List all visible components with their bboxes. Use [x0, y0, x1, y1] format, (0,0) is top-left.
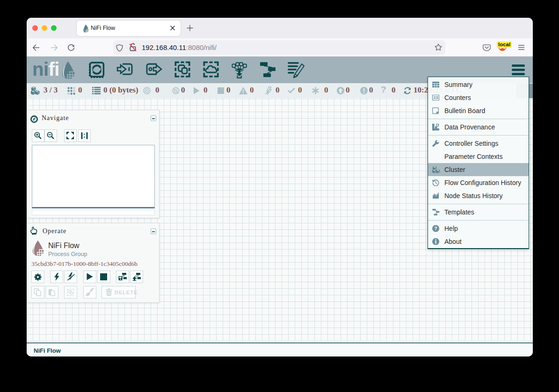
svg-text:23: 23	[433, 95, 438, 100]
svg-text:?: ?	[434, 226, 437, 231]
